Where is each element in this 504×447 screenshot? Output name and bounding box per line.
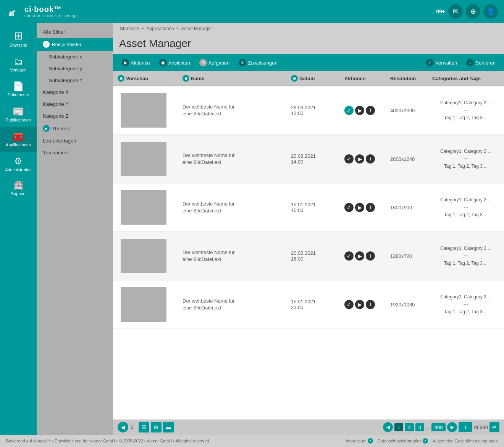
sidebar-item-applikationen[interactable]: 🧰 Applikationen (0, 127, 37, 152)
action-info-icon[interactable]: i (366, 300, 375, 309)
aufgaben-button[interactable]: ⊕ Aufgaben (195, 57, 234, 68)
header-right: 99+ ✉ ⊕ 👤 (436, 4, 498, 19)
tags-value: Tag 1, Tag 2, Tag 3 ... (444, 260, 488, 267)
prev-page-button[interactable]: ◀ (383, 422, 393, 432)
page-num-1[interactable]: 1 (394, 423, 403, 431)
verwalten-button[interactable]: ✓ Verwalten (422, 57, 461, 68)
subkategorie-y-label: Subkategorie y (49, 66, 82, 71)
sidebar-item-support[interactable]: 🏥 Support (0, 177, 37, 201)
sec-sidebar-you-name-it[interactable]: You name it (37, 147, 113, 159)
sec-sidebar-kategorie-x[interactable]: Kategorie X (37, 86, 113, 98)
page-input[interactable] (459, 422, 472, 432)
sort-vorschau-icon[interactable]: ⊖ (118, 75, 124, 82)
sidebar-item-startseite[interactable]: ⊞ Startseite (0, 26, 37, 52)
ansichten-button[interactable]: ◉ Ansichten (155, 57, 194, 68)
sort-datum-icon[interactable]: ⊖ (291, 75, 298, 82)
action-approve-icon[interactable]: ✓ (344, 106, 354, 115)
sec-sidebar-kategorie-y[interactable]: Kategorie Y (37, 98, 113, 110)
action-play-icon[interactable]: ▶ (355, 154, 364, 164)
sec-sidebar-beispielbilder[interactable]: ✓ Beispielbilder (37, 38, 113, 51)
page-num-2[interactable]: 2 (405, 423, 414, 431)
lernunterlagen-label: Lernunterlagen (43, 138, 76, 144)
kategorie-z-label: Kategorie Z (43, 113, 68, 119)
preview-thumbnail[interactable] (121, 239, 166, 273)
sidebar-item-vorlagen[interactable]: 🗂 Vorlagen (0, 52, 37, 77)
name-cell: Der weltbeste Name füreine BildDatei.ext (178, 86, 286, 134)
action-info-icon[interactable]: i (366, 203, 375, 212)
action-info-icon[interactable]: i (366, 154, 375, 164)
tags-value: Tag 1, Tag 2, Tag 3 ... (444, 114, 488, 121)
preview-thumbnail[interactable] (121, 93, 166, 128)
sortieren-button[interactable]: ↕ Sortieren (462, 57, 499, 68)
compass-button[interactable]: ⊕ (466, 4, 480, 19)
action-play-icon[interactable]: ▶ (355, 251, 364, 261)
action-info-icon[interactable]: i (366, 251, 375, 261)
impressum-ext-icon: ↗ (368, 438, 373, 444)
action-approve-icon[interactable]: ✓ (344, 251, 354, 261)
action-play-icon[interactable]: ▶ (355, 300, 364, 309)
breadcrumb-applikationen[interactable]: Applikationen (147, 26, 174, 31)
table-area: ⊖ Vorschau ⊖ Name ⊖ Datum Aktionen Resol… (113, 71, 504, 419)
page-num-999[interactable]: 999 (431, 423, 446, 431)
check-circle-icon: ✓ (43, 41, 50, 48)
action-approve-icon[interactable]: ✓ (344, 203, 354, 212)
breadcrumb-startseite[interactable]: Startseite (120, 26, 139, 31)
sec-sidebar-kategorie-z[interactable]: Kategorie Z (37, 110, 113, 122)
name-cell: Der weltbeste Name füreine BildDatei.ext (178, 135, 286, 183)
grid-view-button[interactable]: ⊞ (151, 422, 162, 432)
list-view-button[interactable]: ☰ (139, 422, 149, 432)
verwalten-icon: ✓ (426, 59, 434, 66)
email-button[interactable]: ✉ (448, 4, 463, 19)
preview-thumbnail[interactable] (121, 287, 166, 322)
user-button[interactable]: 👤 (483, 4, 498, 19)
logo-main: ci·book™ (24, 5, 78, 14)
impressum-link[interactable]: Impressum ↗ (346, 438, 373, 444)
notification-count: 99+ (436, 8, 445, 15)
sec-sidebar-alle-bilder[interactable]: Alle Bilder (37, 26, 113, 38)
sidebar-label-publikationen: Publikationen (6, 118, 31, 123)
action-play-icon[interactable]: ▶ (355, 203, 364, 212)
sort-name-icon[interactable]: ⊖ (183, 75, 189, 82)
sec-sidebar-subkategorie-z[interactable]: Subkategorie z (37, 74, 113, 86)
page-num-3[interactable]: 3 (415, 423, 424, 431)
compass-icon: ⊕ (470, 7, 476, 16)
arrow-circle-icon: ▶ (43, 125, 50, 132)
sidebar-item-dokumente[interactable]: 📄 Dokumente (0, 77, 37, 102)
table-header: ⊖ Vorschau ⊖ Name ⊖ Datum Aktionen Resol… (113, 71, 504, 86)
sec-sidebar-subkategorie-y[interactable]: Subkategorie y (37, 63, 113, 74)
actions-cell: ✓ ▶ i (340, 183, 386, 232)
action-approve-icon[interactable]: ✓ (344, 154, 354, 164)
footer-links: Impressum ↗ Datenschutzinformation ↗ All… (346, 438, 498, 444)
preview-cell (113, 232, 178, 280)
compact-view-icon: ▬ (166, 424, 171, 430)
resolution-cell: 1600x900 (386, 183, 428, 232)
next-icon: ▶ (451, 424, 454, 430)
main-content: Startseite • Applikationen • Asset Manag… (113, 23, 504, 435)
table-row: Der weltbeste Name füreine BildDatei.ext… (113, 86, 504, 135)
compact-view-button[interactable]: ▬ (163, 422, 174, 432)
actions-cell: ✓ ▶ i (340, 232, 386, 280)
preview-thumbnail[interactable] (121, 190, 166, 225)
sec-sidebar-themes[interactable]: ▶ Themes (37, 122, 113, 135)
grid-view-icon: ⊞ (154, 424, 158, 430)
zuweisungen-button[interactable]: ① Zuweisungen (235, 57, 281, 68)
sidebar-item-publikationen[interactable]: 📰 Publikationen (0, 102, 37, 127)
page-input-area: of 999 ↵ (459, 422, 499, 432)
subkategorie-z-label: Subkategorie z (49, 78, 82, 83)
preview-thumbnail[interactable] (121, 142, 166, 176)
action-approve-icon[interactable]: ✓ (344, 300, 354, 309)
datenschutz-link[interactable]: Datenschutzinformation ↗ (378, 438, 428, 444)
action-play-icon[interactable]: ▶ (355, 106, 364, 115)
per-page-button[interactable]: ◀ (118, 422, 128, 432)
toolbar: ▶ Aktionen ◉ Ansichten ⊕ Aufgaben ① Zuwe… (113, 54, 504, 71)
breadcrumb-asset-manager[interactable]: Asset Manager (181, 26, 212, 31)
next-page-button[interactable]: ▶ (447, 422, 457, 432)
action-info-icon[interactable]: i (366, 106, 375, 115)
page-enter-button[interactable]: ↵ (489, 422, 499, 432)
email-icon: ✉ (453, 7, 459, 16)
agb-link[interactable]: Allgemeine Geschäftsbedingungen (433, 438, 498, 444)
aktionen-button[interactable]: ▶ Aktionen (118, 57, 154, 68)
sidebar-item-administration[interactable]: ⚙ Administration (0, 152, 37, 177)
sec-sidebar-subkategorie-x[interactable]: Subkategorie x (37, 51, 113, 63)
sec-sidebar-lernunterlagen[interactable]: Lernunterlagen (37, 135, 113, 147)
